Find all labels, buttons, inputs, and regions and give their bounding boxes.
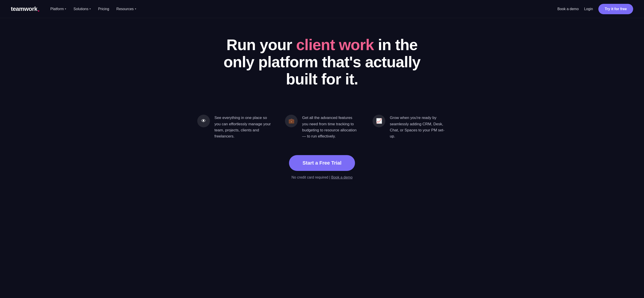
- try-it-free-button[interactable]: Try it for free: [598, 4, 633, 14]
- cta-sub-text: No credit card required | Book a demo: [292, 175, 352, 180]
- feature-icon-wrap-eye: 👁: [197, 115, 210, 127]
- feature-icon-wrap-growth: 📈: [372, 115, 385, 127]
- start-free-trial-button[interactable]: Start a Free Trial: [289, 155, 355, 171]
- growth-icon: 📈: [376, 118, 382, 124]
- logo[interactable]: teamwork.: [11, 5, 40, 13]
- chevron-down-icon: ▾: [90, 7, 91, 10]
- hero-section: Run your client work in the only platfor…: [0, 18, 644, 115]
- logo-dot: .: [38, 5, 39, 13]
- feature-text-growth: Grow when you're ready by seamlessly add…: [390, 115, 447, 139]
- features-row: 👁 See everything in one place so you can…: [186, 115, 458, 139]
- feature-item-visibility: 👁 See everything in one place so you can…: [197, 115, 272, 139]
- book-demo-cta-link[interactable]: Book a demo: [331, 175, 352, 179]
- login-link[interactable]: Login: [584, 7, 593, 11]
- nav-resources[interactable]: Resources ▾: [114, 5, 139, 13]
- chevron-down-icon: ▾: [135, 7, 136, 10]
- feature-item-features: 💼 Get all the advanced features you need…: [285, 115, 359, 139]
- navbar: teamwork. Platform ▾ Solutions ▾ Pricing…: [0, 0, 644, 18]
- cta-section: Start a Free Trial No credit card requir…: [0, 155, 644, 193]
- chevron-down-icon: ▾: [65, 7, 66, 10]
- eye-icon: 👁: [201, 118, 206, 124]
- nav-solutions[interactable]: Solutions ▾: [71, 5, 94, 13]
- feature-text-features: Get all the advanced features you need f…: [302, 115, 359, 139]
- feature-text-visibility: See everything in one place so you can e…: [214, 115, 272, 139]
- book-demo-link[interactable]: Book a demo: [558, 7, 579, 11]
- feature-item-growth: 📈 Grow when you're ready by seamlessly a…: [372, 115, 447, 139]
- nav-pricing[interactable]: Pricing: [95, 5, 112, 13]
- nav-right: Book a demo Login Try it for free: [558, 4, 633, 14]
- nav-links: Platform ▾ Solutions ▾ Pricing Resources…: [48, 5, 139, 13]
- logo-text: teamwork: [11, 5, 37, 12]
- feature-icon-wrap-briefcase: 💼: [285, 115, 298, 127]
- hero-highlight: client work: [296, 36, 374, 53]
- hero-title: Run your client work in the only platfor…: [220, 36, 424, 88]
- briefcase-icon: 💼: [288, 118, 294, 124]
- nav-platform[interactable]: Platform ▾: [48, 5, 69, 13]
- nav-left: teamwork. Platform ▾ Solutions ▾ Pricing…: [11, 5, 139, 13]
